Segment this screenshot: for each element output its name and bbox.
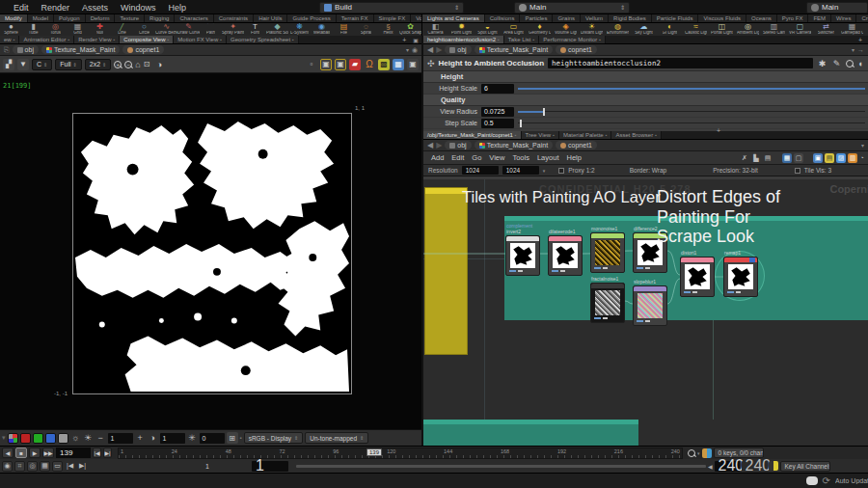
new-tab-button[interactable]: +	[398, 37, 410, 43]
shelf-tool[interactable]: ✦ Spray Paint	[222, 23, 244, 36]
flipbook-icon[interactable]: ▰	[349, 59, 361, 70]
shelf-tool[interactable]: ⇄ Switcher	[813, 23, 839, 36]
pane-tab-menu-icon[interactable]: ▪	[515, 132, 517, 138]
pane-tab-menu-icon[interactable]: ▪	[498, 37, 500, 42]
list-view-icon[interactable]: ▤	[763, 153, 773, 163]
network-menu-item[interactable]: Tools	[508, 152, 533, 163]
shelf-tab[interactable]: Guide Process	[287, 14, 336, 22]
shelf-tool[interactable]: ◧ Camera	[422, 23, 448, 36]
node-body[interactable]	[590, 283, 625, 323]
pane-tab-menu-icon[interactable]: ▪	[14, 37, 15, 42]
zoom-out-icon[interactable]: −	[124, 61, 132, 68]
shelf-tool[interactable]: ╱ Line	[111, 23, 133, 36]
node-body[interactable]	[723, 257, 758, 297]
forward-icon[interactable]: ▶	[436, 45, 442, 54]
network-node[interactable]: complement invert2	[505, 235, 540, 276]
shelf-tool[interactable]: ◈ Volume Light	[553, 23, 579, 36]
breadcrumb-node[interactable]: copnet1	[556, 45, 597, 54]
range-options-icon[interactable]: ▭	[52, 461, 63, 472]
shelf-tool[interactable]: ☁ Sky Light	[631, 23, 657, 36]
range-end-handle-icon[interactable]: ◀	[708, 463, 713, 470]
breadcrumb-network[interactable]: Texture_Mask_Paint	[475, 45, 553, 54]
breadcrumb-network[interactable]: Texture_Mask_Paint	[475, 141, 553, 149]
shelf-tool[interactable]: ❋ L-System	[288, 23, 311, 36]
tile-option-icon[interactable]: ▦	[393, 59, 404, 70]
back-icon[interactable]: ◀	[427, 45, 433, 54]
pane-maximize-icon[interactable]: ▣	[413, 37, 419, 43]
menu-item[interactable]: Edit	[8, 2, 35, 14]
step-back-button[interactable]: |◀	[93, 447, 101, 458]
pane-tab-menu-icon[interactable]: ▪	[553, 132, 555, 138]
shelf-tool[interactable]: ▦ Gamepad Camera	[839, 23, 865, 36]
shelf-tool[interactable]: ▦ Grid	[67, 23, 89, 36]
overview-icon[interactable]: ◔	[859, 153, 864, 163]
stop-button[interactable]: ■	[15, 447, 27, 458]
image-adjust-icon[interactable]: ▞	[3, 59, 14, 70]
pin-icon[interactable]: ◉	[412, 46, 418, 54]
blue-channel-button[interactable]	[45, 433, 56, 444]
view-radius-field[interactable]: 0.0725	[481, 107, 514, 117]
divider-caret-icon[interactable]: ▪	[240, 435, 242, 441]
shelf-tab[interactable]: Volume	[411, 14, 421, 22]
brightness-down-icon[interactable]: ☼	[70, 433, 81, 443]
menu-item[interactable]: Windows	[115, 2, 162, 14]
network-menu-item[interactable]: Help	[562, 152, 584, 163]
box-icon[interactable]: ▥	[848, 153, 857, 163]
keyframe-pencil-icon[interactable]: ◉	[2, 461, 13, 472]
alpha-channel-button[interactable]	[58, 433, 68, 444]
shelf-tool[interactable]: ◐ GI Light	[657, 23, 683, 36]
shelf-tool[interactable]: T Font	[244, 23, 266, 36]
chevron-down-icon[interactable]: ▾	[697, 450, 700, 456]
shelf-tool[interactable]: ○ Circle	[133, 23, 155, 36]
path-mode-icon[interactable]: ⎘	[4, 46, 10, 54]
wrench-icon[interactable]: ✗	[740, 153, 749, 163]
grid-option-icon[interactable]: ▩	[378, 59, 390, 70]
shelf-tool[interactable]: ◫ Portal Light	[709, 23, 735, 36]
range-end-jump-icon[interactable]: ▶|	[77, 461, 88, 472]
shelf-tool[interactable]: ✎ Draw Curve	[177, 23, 200, 36]
playbar-zoom-icon[interactable]	[688, 449, 695, 457]
exposure-minus-button[interactable]: −	[95, 433, 106, 443]
scene-selector[interactable]: Main ⇕	[514, 2, 630, 14]
shelf-tool[interactable]: ≈ Caustic Light	[683, 23, 709, 36]
proxy-checkbox[interactable]	[558, 168, 564, 174]
compare-icon[interactable]: ◐	[858, 59, 864, 68]
bar-handle-icon[interactable]: ▾	[2, 434, 6, 442]
back-icon[interactable]: ◀	[427, 141, 433, 149]
channel-dropdown[interactable]: C ⇕	[32, 59, 52, 70]
step-scale-field[interactable]: 0.5	[481, 119, 514, 128]
pin-icon[interactable]: →	[857, 46, 864, 53]
shelf-tool[interactable]: ▤ File	[333, 23, 355, 36]
snapshot-icon[interactable]: ▨	[836, 153, 846, 163]
gamma-field[interactable]: 0	[200, 433, 225, 444]
pane-tab[interactable]: Geometry Spreadsheet ▪	[227, 36, 299, 43]
forward-icon[interactable]: ▶	[436, 141, 442, 149]
home-view-icon[interactable]: ⌂	[135, 60, 140, 69]
shelf-tab[interactable]: Deform	[86, 14, 116, 22]
chevron-down-icon[interactable]: ▾	[543, 168, 546, 174]
breadcrumb-obj[interactable]: obj	[13, 45, 39, 54]
zoom-in-icon[interactable]: +	[114, 61, 122, 68]
step-forward-button[interactable]: ▶|	[103, 447, 112, 458]
fullscreen-option-icon[interactable]: ▣	[407, 59, 419, 70]
pane-tab-menu-icon[interactable]: ▪	[655, 132, 657, 138]
pane-tab-menu-icon[interactable]: ▪	[533, 37, 535, 42]
range-end-field[interactable]: 240	[715, 461, 740, 472]
tilevis-checkbox[interactable]	[795, 168, 800, 174]
chevron-down-icon[interactable]: ▾	[852, 46, 854, 53]
adaptation-icon[interactable]: ⊞	[227, 432, 238, 444]
shelf-tool[interactable]: ✿ Quick Shapes	[399, 23, 421, 36]
keying-options-icon[interactable]	[702, 448, 712, 458]
network-editor-canvas[interactable]: CONFIDENTIAL H20.5.278 Coperni	[423, 179, 868, 446]
shelf-tab[interactable]: Characters	[175, 14, 213, 22]
pane-tab-menu-icon[interactable]: ▪	[168, 37, 170, 42]
shelf-tab[interactable]: Lights and Cameras	[422, 14, 485, 22]
shelf-tab[interactable]: Wires	[831, 14, 856, 22]
resolution-x-field[interactable]: 1024	[462, 166, 499, 175]
shelf-tab[interactable]: Texture	[115, 14, 145, 22]
pane-tab[interactable]: Take List ▪	[504, 36, 539, 43]
mask-preview-image[interactable]	[72, 113, 352, 394]
timeline-ruler[interactable]: 124487296120144168192216240 139	[118, 447, 683, 459]
grid-off-icon[interactable]: ▢	[794, 153, 803, 163]
node-body[interactable]	[505, 235, 540, 276]
